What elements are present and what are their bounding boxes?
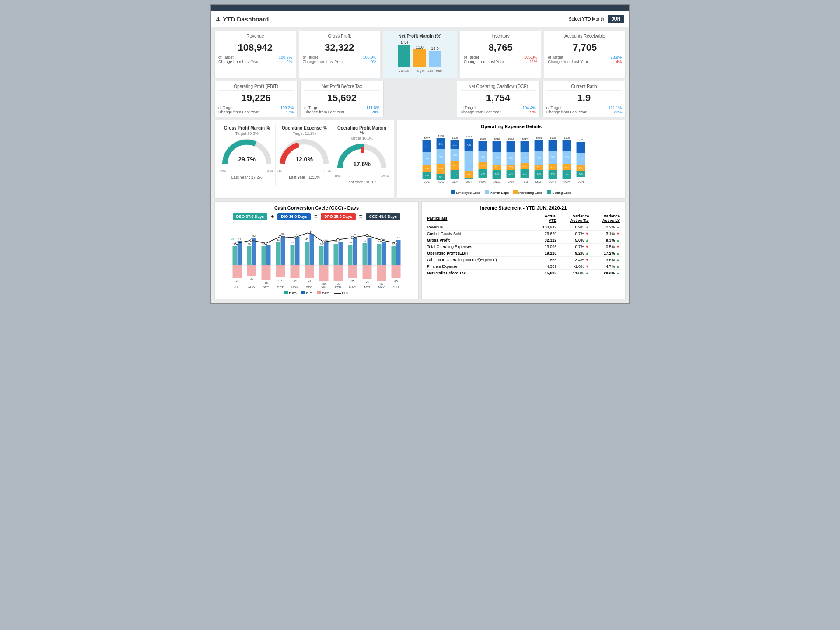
svg-text:1079: 1079 [536, 137, 542, 140]
dso-badge: DSO 37.0 Days [233, 213, 268, 220]
svg-text:345: 345 [565, 156, 569, 158]
svg-rect-163 [305, 265, 314, 278]
svg-text:-25: -25 [394, 280, 398, 283]
ocf-change-label: Change from Last Year [461, 110, 501, 114]
svg-text:MAR: MAR [536, 180, 542, 183]
svg-rect-70 [506, 141, 515, 152]
minus-sign: = [312, 214, 319, 220]
svg-text:DEC: DEC [306, 286, 312, 289]
kpi-revenue: Revenue 108,942 of Target 100.9% Change … [214, 31, 296, 78]
kpi-ocf-title: Net Operating Cashflow (OCF) [461, 84, 536, 91]
svg-text:JUN: JUN [393, 286, 399, 289]
svg-rect-126 [238, 241, 242, 265]
gauge-gpm-footer: Last Year : 27.2% [231, 175, 262, 179]
svg-rect-189 [363, 243, 367, 265]
kpi-inventory: Inventory 8,765 of Target 105.3% Change … [460, 31, 542, 78]
kpi-row-2: Operating Profit (EBIT) 19,226 of Target… [214, 81, 626, 117]
svg-rect-147 [276, 242, 280, 265]
svg-rect-106 [562, 140, 571, 151]
inv-change-val: 11% [529, 60, 537, 64]
svg-point-219 [366, 234, 368, 237]
income-table-row: Other Non-Operating Income/(Expense)855-… [425, 257, 622, 263]
op-expense-details: Operating Expense Details 1087 321 [397, 120, 626, 199]
svg-rect-161 [305, 242, 309, 265]
svg-point-218 [351, 236, 354, 239]
svg-point-217 [337, 238, 340, 241]
legend-employee: Employee Exps [451, 190, 481, 195]
svg-text:-23: -23 [278, 279, 282, 282]
svg-text:36: 36 [231, 238, 234, 240]
ebit-target-label: of Target [218, 105, 234, 110]
gauge-opm-min: 0% [335, 174, 341, 178]
ebit-change-val: 17% [286, 110, 294, 114]
svg-rect-190 [368, 238, 372, 265]
npm-chart: 14.4 13.0 12.0 Actual Target Last Year [392, 40, 448, 75]
svg-text:-24: -24 [293, 280, 297, 282]
gauge-oe-min: 0% [277, 169, 283, 173]
svg-text:17.6%: 17.6% [353, 161, 371, 168]
select-ytd-button[interactable]: Select YTD Month [565, 15, 608, 23]
gauge-opm: Operating Profit Margin % Target 16.3% 1… [333, 124, 390, 186]
svg-rect-125 [233, 246, 237, 265]
svg-text:36: 36 [320, 243, 323, 245]
kpi-gross-profit: Gross Profit 32,322 of Target 105.0% Cha… [299, 31, 381, 78]
svg-rect-149 [276, 265, 285, 277]
svg-text:29.7%: 29.7% [238, 156, 256, 163]
header-controls: Select YTD Month JUN [565, 15, 624, 23]
svg-text:AUG: AUG [438, 180, 444, 183]
gauge-opm-target: Target 16.3% [350, 136, 373, 140]
svg-text:390: 390 [509, 157, 513, 159]
svg-text:1188: 1188 [438, 135, 444, 137]
kpi-gross-profit-value: 32,322 [303, 42, 377, 53]
svg-text:44: 44 [276, 239, 280, 242]
gauge-container: Gross Profit Margin % Target 28.5% 29.7%… [214, 120, 394, 199]
ccc-badge: CCC 48.0 Days [366, 213, 401, 220]
revenue-change-val: 0% [287, 60, 292, 64]
svg-text:1105: 1105 [550, 136, 556, 139]
svg-text:54: 54 [296, 233, 299, 236]
svg-rect-177 [334, 265, 343, 281]
svg-text:400: 400 [439, 155, 443, 158]
svg-text:-26: -26 [365, 280, 369, 283]
svg-point-215 [308, 231, 311, 234]
gauge-opm-max: 35% [381, 174, 388, 178]
svg-text:1152: 1152 [466, 135, 472, 138]
svg-rect-183 [353, 237, 357, 265]
gp-target-label: of Target [303, 55, 318, 60]
revenue-target-val: 100.9% [279, 55, 292, 60]
gp-change-label: Change from Last Year [303, 60, 343, 64]
svg-rect-196 [377, 244, 382, 265]
dashboard-wrapper: 4. YTD Dashboard Select YTD Month JUN Re… [210, 4, 630, 304]
ar-change-val: -4% [615, 60, 622, 64]
svg-point-221 [395, 242, 397, 244]
kpi-accounts-receivable: Accounts Receivable 7,705 of Target 93.9… [544, 31, 626, 78]
svg-rect-88 [534, 140, 543, 151]
ocf-target-label: of Target [461, 105, 476, 110]
svg-text:MAY: MAY [564, 180, 570, 183]
svg-text:350: 350 [453, 154, 457, 156]
svg-text:DEC: DEC [494, 180, 500, 183]
svg-text:SEP: SEP [452, 180, 458, 183]
kpi-revenue-title: Revenue [218, 34, 292, 40]
svg-rect-175 [334, 244, 338, 265]
income-table-row: Revenue108,9420.9% ▲0.2% ▲ [425, 224, 622, 231]
kpi-inventory-title: Inventory [464, 34, 538, 40]
legend-admin: Admin Exps [485, 190, 509, 195]
kpi-operating-profit: Operating Profit (EBIT) 19,226 of Target… [214, 81, 298, 117]
svg-text:171: 171 [551, 165, 555, 168]
svg-point-212 [265, 242, 267, 245]
dashboard-title: 4. YTD Dashboard [216, 16, 269, 23]
kpi-row-1: Revenue 108,942 of Target 100.9% Change … [214, 31, 626, 78]
legend-marketing: Marketing Exps [513, 190, 542, 195]
middle-row: Gross Profit Margin % Target 28.5% 29.7%… [214, 120, 626, 199]
svg-text:OCT: OCT [277, 286, 284, 289]
gauge-oe-max: 35% [323, 169, 331, 173]
main-content: Revenue 108,942 of Target 100.9% Change … [211, 27, 629, 303]
legend-selling: Selling Exps [547, 190, 571, 195]
svg-rect-127 [233, 265, 242, 278]
npbt-change-label: Change from Last Year [304, 110, 344, 114]
svg-text:335: 335 [579, 157, 583, 160]
svg-text:12.0%: 12.0% [296, 156, 313, 163]
ebit-change-label: Change from Last Year [218, 110, 259, 114]
top-bar [211, 5, 629, 11]
